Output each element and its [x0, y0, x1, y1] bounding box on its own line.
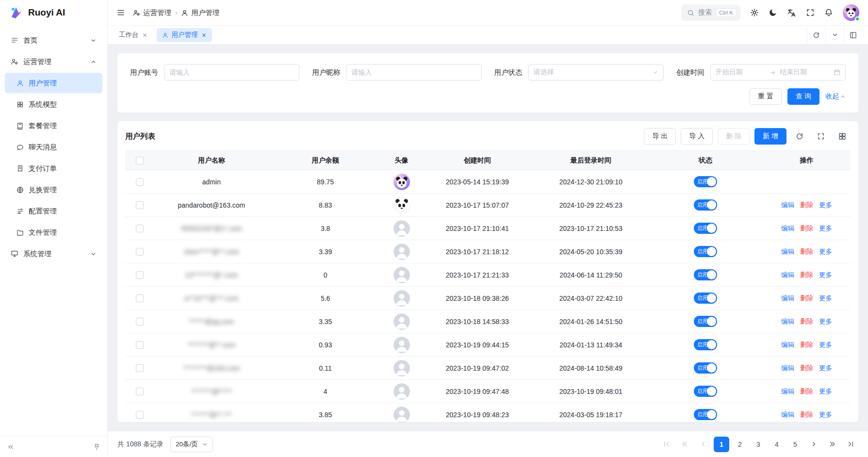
more-link[interactable]: 更多: [819, 271, 832, 278]
edit-link[interactable]: 编辑: [781, 388, 794, 395]
user-status-select[interactable]: 请选择: [528, 64, 664, 81]
row-checkbox[interactable]: [136, 271, 144, 279]
more-link[interactable]: 更多: [819, 318, 832, 325]
more-link[interactable]: 更多: [819, 225, 832, 232]
edit-link[interactable]: 编辑: [781, 248, 794, 255]
row-checkbox[interactable]: [136, 178, 144, 186]
dark-mode-moon-icon[interactable]: [769, 8, 777, 17]
status-toggle[interactable]: 启用: [694, 386, 717, 397]
row-checkbox[interactable]: [136, 225, 144, 232]
chevron-left-button[interactable]: [695, 437, 711, 452]
export-button[interactable]: 导 出: [644, 128, 676, 145]
page-button-2[interactable]: 2: [732, 437, 748, 452]
edit-link[interactable]: 编辑: [781, 294, 794, 302]
more-link[interactable]: 更多: [819, 388, 832, 395]
notifications-bell-icon[interactable]: [824, 8, 833, 17]
delete-link[interactable]: 删除: [800, 411, 813, 418]
status-toggle[interactable]: 启用: [694, 339, 717, 350]
sidebar-item-用户管理[interactable]: 用户管理: [5, 73, 102, 93]
content-fullscreen-icon[interactable]: [844, 26, 862, 45]
close-icon[interactable]: [142, 33, 147, 38]
page-button-5[interactable]: 5: [787, 437, 803, 452]
edit-link[interactable]: 编辑: [781, 271, 794, 278]
sidebar-item-系统模型[interactable]: 系统模型: [5, 94, 102, 114]
more-link[interactable]: 更多: [819, 248, 832, 255]
double-chevron-left-button[interactable]: [677, 437, 692, 452]
sidebar-item-配置管理[interactable]: 配置管理: [5, 201, 102, 221]
reset-button[interactable]: 重 置: [750, 88, 782, 105]
more-link[interactable]: 更多: [819, 364, 832, 372]
row-checkbox[interactable]: [136, 248, 144, 256]
row-checkbox[interactable]: [136, 388, 144, 395]
edit-link[interactable]: 编辑: [781, 201, 794, 209]
settings-gear-icon[interactable]: [750, 8, 759, 17]
status-toggle[interactable]: 启用: [694, 246, 717, 257]
page-size-select[interactable]: 20条/页: [170, 437, 213, 452]
delete-link[interactable]: 删除: [800, 271, 813, 278]
page-button-1[interactable]: 1: [714, 437, 729, 452]
status-toggle[interactable]: 启用: [694, 409, 717, 420]
more-link[interactable]: 更多: [819, 341, 832, 348]
refresh-tab-icon[interactable]: [807, 26, 825, 45]
fullscreen-icon[interactable]: [806, 8, 815, 17]
user-account-input[interactable]: [169, 68, 294, 76]
delete-link[interactable]: 删除: [800, 225, 813, 232]
chevron-right-button[interactable]: [806, 437, 821, 452]
user-avatar[interactable]: [843, 4, 859, 21]
pin-icon[interactable]: [93, 443, 100, 450]
page-button-4[interactable]: 4: [769, 437, 785, 452]
status-toggle[interactable]: 启用: [694, 223, 717, 234]
more-link[interactable]: 更多: [819, 201, 832, 209]
delete-link[interactable]: 删除: [800, 388, 813, 395]
page-button-3[interactable]: 3: [751, 437, 766, 452]
row-checkbox[interactable]: [136, 201, 144, 209]
edit-link[interactable]: 编辑: [781, 364, 794, 372]
delete-link[interactable]: 删除: [800, 201, 813, 209]
date-range-picker[interactable]: 开始日期 结束日期: [710, 64, 846, 81]
delete-link[interactable]: 删除: [800, 318, 813, 325]
sidebar-collapse-icon[interactable]: [7, 443, 15, 451]
global-search[interactable]: 搜索 Ctrl K: [681, 4, 740, 21]
user-nickname-input[interactable]: [351, 68, 476, 76]
row-checkbox[interactable]: [136, 318, 144, 326]
status-toggle[interactable]: 启用: [694, 362, 717, 374]
row-checkbox[interactable]: [136, 294, 144, 302]
status-toggle[interactable]: 启用: [694, 199, 717, 211]
menu-toggle-icon[interactable]: [116, 8, 125, 17]
breadcrumb-item-operations[interactable]: 运营管理: [133, 8, 171, 17]
add-button[interactable]: 新 增: [754, 128, 786, 145]
sidebar-item-支付订单[interactable]: 支付订单: [5, 158, 102, 179]
edit-link[interactable]: 编辑: [781, 318, 794, 325]
sidebar-item-套餐管理[interactable]: 套餐管理: [5, 115, 102, 136]
delete-link[interactable]: 删除: [800, 341, 813, 348]
sidebar-item-文件管理[interactable]: 文件管理: [5, 222, 102, 243]
sidebar-item-兑换管理[interactable]: 兑换管理: [5, 180, 102, 200]
close-icon[interactable]: [201, 33, 207, 38]
status-toggle[interactable]: 启用: [694, 316, 717, 327]
status-toggle[interactable]: 启用: [694, 269, 717, 280]
last-page-button[interactable]: [843, 437, 858, 452]
select-all-checkbox[interactable]: [136, 157, 144, 164]
edit-link[interactable]: 编辑: [781, 411, 794, 418]
sidebar-group-系统管理[interactable]: 系统管理: [5, 244, 102, 264]
delete-link[interactable]: 删除: [800, 364, 813, 372]
sidebar-item-聊天消息[interactable]: 聊天消息: [5, 137, 102, 157]
delete-button[interactable]: 删 除: [718, 128, 750, 145]
language-translate-icon[interactable]: [787, 8, 796, 17]
first-page-button[interactable]: [658, 437, 674, 452]
table-fullscreen-icon[interactable]: [813, 128, 829, 145]
row-checkbox[interactable]: [136, 341, 144, 349]
more-link[interactable]: 更多: [819, 411, 832, 418]
breadcrumb-item-users[interactable]: 用户管理: [181, 8, 219, 17]
edit-link[interactable]: 编辑: [781, 225, 794, 232]
delete-link[interactable]: 删除: [800, 248, 813, 255]
status-toggle[interactable]: 启用: [694, 293, 717, 304]
search-button[interactable]: 查 询: [787, 88, 819, 105]
tab-工作台[interactable]: 工作台: [114, 28, 153, 42]
delete-link[interactable]: 删除: [800, 294, 813, 302]
double-chevron-right-button[interactable]: [824, 437, 840, 452]
sidebar-group-首页[interactable]: 首页: [5, 30, 102, 50]
import-button[interactable]: 导 入: [681, 128, 713, 145]
refresh-list-icon[interactable]: [791, 128, 808, 145]
more-link[interactable]: 更多: [819, 294, 832, 302]
